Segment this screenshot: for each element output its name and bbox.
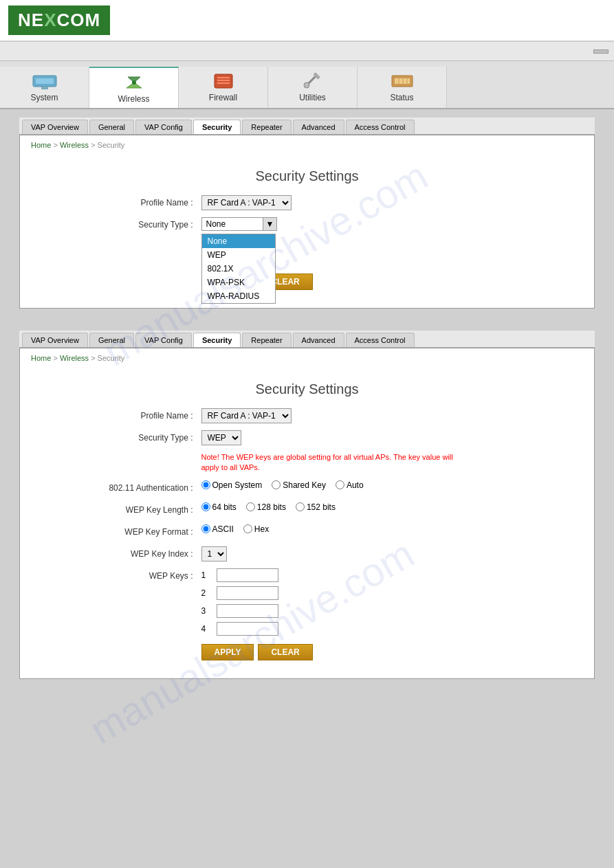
page-wrapper: NEXCOM System (0, 0, 614, 868)
breadcrumb-wireless-1[interactable]: Wireless (60, 141, 89, 149)
nav-system-label: System (30, 93, 58, 102)
security-type-arrow-1[interactable]: ▼ (263, 217, 278, 231)
key-index-row: WEP Key Index : 1 2 3 4 (78, 546, 537, 561)
breadcrumb-home-1[interactable]: Home (31, 141, 51, 149)
sub-tab-repeater-1[interactable]: Repeater (242, 120, 291, 134)
nav-item-system[interactable]: System (0, 67, 89, 108)
auth-auto-radio[interactable] (336, 480, 344, 489)
wep-key-input-1[interactable] (217, 568, 278, 582)
wep-note-row: Note! The WEP keys are global setting fo… (78, 452, 537, 474)
wep-key-num-2: 2 (201, 588, 212, 598)
svg-rect-7 (217, 77, 230, 78)
profile-name-label-1: Profile Name : (78, 195, 201, 210)
nav-item-status[interactable]: Status (358, 67, 447, 108)
wep-key-num-1: 1 (201, 570, 212, 580)
sub-tab-vap-config-1[interactable]: VAP Config (135, 120, 192, 134)
wep-key-row-2: 2 (201, 586, 278, 600)
auth-shared-key[interactable]: Shared Key (272, 480, 326, 490)
sub-tab-vap-overview-1[interactable]: VAP Overview (22, 120, 88, 134)
key-index-control: 1 2 3 4 (201, 546, 227, 561)
section-title-2: Security Settings (20, 368, 594, 408)
key-format-ascii-radio[interactable] (201, 524, 210, 533)
apply-button-2[interactable]: APPLY (201, 644, 254, 660)
utilities-icon (299, 71, 327, 91)
security-type-select-2[interactable]: WEP (201, 430, 241, 445)
key-length-64[interactable]: 64 bits (201, 502, 237, 512)
wep-key-num-4: 4 (201, 624, 212, 634)
key-format-row: WEP Key Format : ASCII Hex (78, 524, 537, 539)
wep-key-input-3[interactable] (217, 604, 278, 618)
dropdown-option-wep[interactable]: WEP (202, 248, 275, 262)
auth-open-system[interactable]: Open System (201, 480, 263, 490)
topbar-button[interactable] (593, 49, 608, 54)
buttons-control-2: APPLY CLEAR (201, 644, 313, 660)
sub-tab-security-2[interactable]: Security (193, 333, 241, 347)
auth-open-system-radio[interactable] (201, 480, 210, 489)
dropdown-option-wparadius[interactable]: WPA-RADIUS (202, 289, 275, 303)
sub-tab-access-control-1[interactable]: Access Control (346, 120, 415, 134)
nav-item-wireless[interactable]: Wireless (89, 67, 179, 108)
sub-tab-vap-overview-2[interactable]: VAP Overview (22, 333, 88, 347)
wep-keys-row: WEP Keys : 1 2 3 (78, 568, 537, 636)
security-type-row-2: Security Type : WEP (78, 430, 537, 445)
svg-rect-2 (41, 87, 48, 89)
dropdown-option-8021x[interactable]: 802.1X (202, 262, 275, 276)
nav-item-utilities[interactable]: Utilities (268, 67, 358, 108)
key-format-ascii[interactable]: ASCII (201, 524, 234, 534)
sub-tab-advanced-1[interactable]: Advanced (293, 120, 344, 134)
wep-key-input-2[interactable] (217, 586, 278, 600)
sub-tab-access-control-2[interactable]: Access Control (346, 333, 415, 347)
svg-point-5 (132, 80, 136, 85)
security-type-dropdown-1[interactable]: None (201, 217, 263, 231)
breadcrumb-wireless-2[interactable]: Wireless (60, 354, 89, 362)
profile-name-select-1[interactable]: RF Card A : VAP-1 (201, 195, 292, 210)
breadcrumb-home-2[interactable]: Home (31, 354, 51, 362)
profile-name-select-2[interactable]: RF Card A : VAP-1 (201, 408, 292, 423)
key-length-128-radio[interactable] (246, 502, 255, 511)
wep-key-input-4[interactable] (217, 622, 278, 636)
breadcrumb-sep-1b: > (91, 141, 97, 149)
nav-firewall-label: Firewall (209, 93, 237, 102)
wep-note: Note! The WEP keys are global setting fo… (201, 452, 463, 474)
key-length-row: WEP Key Length : 64 bits 128 bits 152 bi… (78, 502, 537, 518)
sub-tab-security-1[interactable]: Security (193, 120, 241, 134)
breadcrumb-current-1: Security (98, 141, 125, 149)
profile-name-control-2: RF Card A : VAP-1 (201, 408, 292, 423)
wep-key-row-3: 3 (201, 604, 278, 618)
auth-shared-key-radio[interactable] (272, 480, 281, 489)
dropdown-option-none[interactable]: None (202, 234, 275, 248)
auth-control: Open System Shared Key Auto (201, 480, 364, 490)
auth-auto[interactable]: Auto (336, 480, 364, 490)
key-index-select[interactable]: 1 2 3 4 (201, 546, 227, 561)
logo-text: NEXCOM (18, 10, 100, 31)
sub-tab-vap-config-2[interactable]: VAP Config (135, 333, 192, 347)
key-length-152[interactable]: 152 bits (296, 502, 336, 512)
nav-item-firewall[interactable]: Firewall (179, 67, 268, 108)
key-length-128[interactable]: 128 bits (246, 502, 286, 512)
firewall-icon (210, 71, 237, 91)
key-length-152-radio[interactable] (296, 502, 305, 511)
sub-tab-general-2[interactable]: General (89, 333, 134, 347)
svg-rect-8 (217, 80, 230, 81)
key-format-hex-radio[interactable] (243, 524, 252, 533)
buttons-row-1: APPLY CLEAR (78, 274, 537, 301)
breadcrumb-1: Home > Wireless > Security (20, 135, 594, 155)
breadcrumb-2: Home > Wireless > Security (20, 348, 594, 368)
dropdown-option-wpapsk[interactable]: WPA-PSK (202, 276, 275, 289)
key-format-label: WEP Key Format : (78, 524, 201, 539)
key-length-control: 64 bits 128 bits 152 bits (201, 502, 336, 512)
nav-wireless-label: Wireless (118, 94, 149, 104)
sub-tab-advanced-2[interactable]: Advanced (293, 333, 344, 347)
key-format-hex[interactable]: Hex (243, 524, 269, 534)
breadcrumb-current-2: Security (98, 354, 125, 362)
profile-name-row-2: Profile Name : RF Card A : VAP-1 (78, 408, 537, 423)
sub-tab-repeater-2[interactable]: Repeater (242, 333, 291, 347)
clear-button-2[interactable]: CLEAR (258, 644, 312, 660)
auth-label: 802.11 Authentication : (78, 480, 201, 496)
security-type-control-1[interactable]: None ▼ None WEP 802.1X WPA-PSK WPA-RADIU… (201, 217, 278, 231)
security-type-row-1: Security Type : None ▼ None WEP 802.1X W… (78, 217, 537, 232)
section2-wrapper: VAP Overview General VAP Config Security… (0, 322, 614, 687)
key-length-64-radio[interactable] (201, 502, 210, 511)
breadcrumb-sep-2a: > (53, 354, 59, 362)
sub-tab-general-1[interactable]: General (89, 120, 134, 134)
